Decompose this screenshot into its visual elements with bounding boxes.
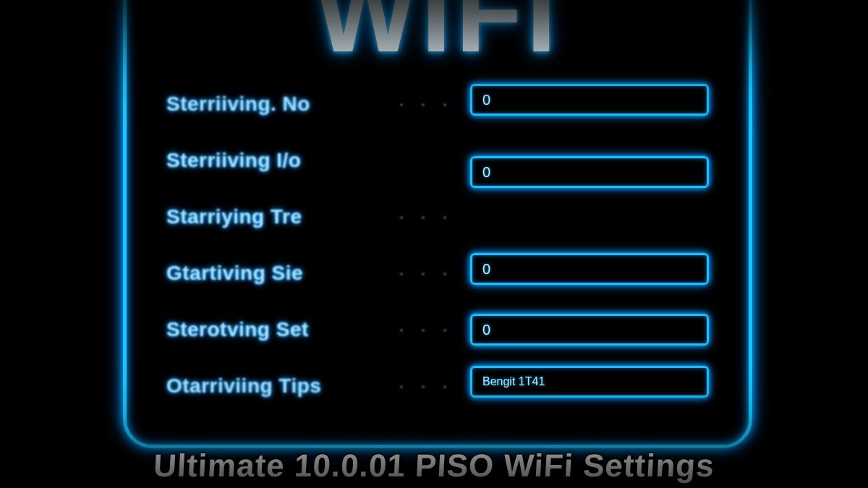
setting-row: Starriying Tre · · · xyxy=(166,189,709,245)
setting-row: Sterriiving I/o xyxy=(166,132,709,189)
panel-title: WIFI xyxy=(315,0,561,77)
dots-icon: · · · xyxy=(383,379,470,394)
setting-input[interactable] xyxy=(470,253,709,285)
setting-label: Sterriiving. No xyxy=(166,93,383,116)
dots-icon: · · · xyxy=(383,210,470,225)
settings-rows: Sterriiving. No · · · Sterriiving I/o St… xyxy=(166,76,709,414)
setting-label: Otarriviing Tips xyxy=(166,374,383,398)
setting-input[interactable] xyxy=(470,84,709,116)
settings-panel: WIFI Sterriiving. No · · · Sterriiving I… xyxy=(123,0,752,448)
setting-input[interactable] xyxy=(470,314,709,346)
setting-row: Sterotving Set · · · xyxy=(166,301,709,358)
setting-row: Otarriviing Tips · · · xyxy=(166,358,709,414)
setting-label: Sterotving Set xyxy=(166,318,383,341)
setting-label: Gtartiving Sie xyxy=(166,262,383,285)
setting-label: Starriying Tre xyxy=(166,205,383,228)
dots-icon: · · · xyxy=(383,322,470,338)
dots-icon: · · · xyxy=(383,97,470,112)
setting-input[interactable] xyxy=(470,366,709,398)
setting-input[interactable] xyxy=(470,156,709,188)
setting-label: Sterriiving I/o xyxy=(166,149,383,172)
dots-icon: · · · xyxy=(383,266,470,281)
setting-row: Sterriiving. No · · · xyxy=(166,76,709,132)
setting-row: Gtartiving Sie · · · xyxy=(166,245,709,301)
caption-text: Ultimate 10.0.01 PISO WiFi Settings xyxy=(153,448,715,484)
